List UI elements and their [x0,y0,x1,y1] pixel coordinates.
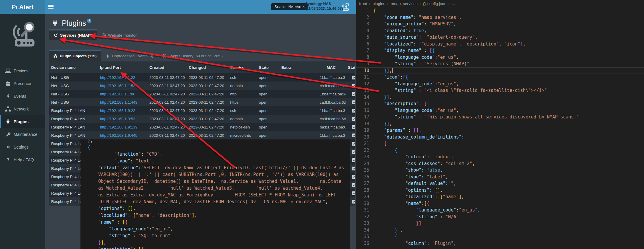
status-checkbox[interactable] [352,142,355,146]
sidebar-item-settings[interactable]: Settings [0,141,45,153]
tab-services-nmap[interactable]: Services (NMAP) [49,30,97,40]
breadcrumb-item[interactable]: nmap_services [391,1,418,6]
ip-port-link[interactable]: http://192.168.1.9:53 [100,117,135,121]
status-checkbox[interactable] [352,76,355,79]
editor-line: 2 "code_name": "nmap_services", [356,14,644,21]
sidebar-item-network[interactable]: Network [0,102,45,115]
status-checkbox[interactable] [352,134,355,137]
help-badge[interactable]: ? [87,19,91,23]
sidebar-item-maintenance[interactable]: Maintenance [0,128,45,141]
ip-port-link[interactable]: http://192.168.1.1:53 [100,84,135,88]
sidebar-item-events[interactable]: Events [0,90,45,102]
editor-line: 24 "css_classes": "col-sm-2", [356,160,644,167]
ip-port-link[interactable]: http://192.168.1.9:445 [100,133,138,138]
tab-website-monitor[interactable]: Website monitor [97,30,141,40]
code-editor[interactable]: front›plugins›nmap_services›{}config.jso… [356,0,644,249]
cell-created: 2023-03-11 02:47:20 [147,117,186,121]
sidebar-item-label: Network [14,107,29,111]
plugin-tabs: Services (NMAP)Website monitor [49,30,141,40]
breadcrumb-item[interactable]: ... [452,1,455,6]
editor-line: 36 "column": "Plugin", [356,240,644,247]
wrench-icon [5,131,11,137]
breadcrumb-item[interactable]: plugins [373,1,385,6]
cell-created: 2023-03-11 02:47:20 [147,125,186,129]
ip-port-link[interactable]: http://192.168.1.9:139 [100,125,138,129]
subtab-unprocessed-events-0[interactable]: Unprocessed Events (0) [101,50,157,61]
line-content: { [369,147,397,154]
sidebar-item-label: Settings [14,145,29,149]
line-content: "show": false, [369,167,443,174]
hamburger-menu-icon[interactable] [48,5,54,9]
status-checkbox[interactable] [352,117,355,121]
ip-port-link[interactable]: http://192.168.1.1:22 [100,75,135,80]
line-content: [ [369,140,387,147]
column-header-created: Created [147,65,186,70]
cell-ip-port: http://192.168.1.1:22 [98,75,147,80]
cell-state: open [256,92,279,96]
breadcrumb: front›plugins›nmap_services›{}config.jso… [356,0,644,7]
cell-ip-port: http://192.168.1.1:443 [98,100,147,105]
table-row: Net - USGhttp://192.168.1.1:222023-03-11… [49,73,355,82]
status-checkbox[interactable] [352,92,355,96]
code-line: "language_code":"en_us", [88,226,350,232]
editor-line: 4 "enabled": true, [356,27,644,34]
status-checkbox[interactable] [352,175,355,179]
status-checkbox[interactable] [352,183,355,187]
status-checkbox[interactable] [352,158,355,162]
sidebar-item-presence[interactable]: Presence [0,77,45,90]
status-checkbox[interactable] [352,100,355,104]
sql-config-overlay: },{ "function": "CMD", "type": "text", "… [80,139,350,249]
cell-service: ssh [228,75,256,80]
status-checkbox[interactable] [352,191,355,195]
cell-ip-port: http://192.168.1.1:80 [98,92,147,96]
line-content: }], [369,94,392,101]
line-content: { [369,233,397,240]
code-line: JOIN (SELECT dev_Name, dev_MAC, dev_Last… [88,198,350,205]
cell-created: 2023-03-11 02:47:20 [147,108,186,113]
line-content: "icon":[{ [369,74,408,81]
editor-line: 30 "name":[{ [356,200,644,207]
line-content: "enabled": true, [369,27,427,34]
cell-mac: 1f:ba:ff:ca:ba:34 [317,108,346,113]
line-content: "string" : "This plugin shows all servic… [369,114,579,121]
table-row: Raspberry Pi 4 LANhttp://192.168.1.9:139… [49,123,355,131]
editor-line: 14 }], [356,94,644,101]
sidebar-item-label: Events [14,94,26,99]
breadcrumb-item[interactable]: config.json [427,1,446,6]
status-checkbox[interactable] [352,84,355,88]
tab-label: Events History (50 out of 1265 ) [169,54,223,58]
editor-line: 1{ [356,7,644,14]
cell-created: 2023-03-11 02:47:20 [147,75,186,80]
sidebar-item-devices[interactable]: Devices [0,64,45,77]
sql-config-code: },{ "function": "CMD", "type": "text", "… [80,139,350,249]
page-title: Plugins ? [52,17,91,29]
sidebar: DevicesPresenceEventsNetworkPluginsMaint… [0,14,45,249]
breadcrumb-item[interactable]: front [359,1,367,6]
status-checkbox[interactable] [352,109,355,113]
sidebar-item-label: Devices [14,69,28,73]
cell-device-name: Raspberry Pi 4 LAN [49,108,98,113]
line-number: 24 [356,160,369,167]
status-checkbox[interactable] [352,150,355,154]
ip-port-link[interactable]: http://192.168.1.1:443 [100,100,138,105]
sidebar-item-help-faq[interactable]: ?Help / FAQ [0,153,45,166]
line-number: 21 [356,140,369,147]
line-content: "string" : "N/A" [369,214,459,220]
column-header-changed: Changed [186,65,228,70]
status-checkbox[interactable] [352,167,355,170]
cell-ip-port: http://192.168.1.9:139 [98,125,147,129]
subtab-plugin-objects-115[interactable]: Plugin Objects (115) [49,50,101,61]
line-number: 10 [356,67,369,74]
sidebar-item-label: Maintenance [14,132,37,137]
line-content: "string" : "<i class=\"fa-solid fa-satel… [369,87,547,94]
status-checkbox[interactable] [352,125,355,129]
status-checkbox[interactable] [352,200,355,204]
app-logo[interactable]: Pi.Alert [0,0,45,14]
subtab-events-history-50-out-of-1265[interactable]: Events History (50 out of 1265 ) [158,50,227,61]
ip-port-link[interactable]: http://192.168.1.9:22 [100,108,135,113]
sidebar-item-plugins[interactable]: Plugins [0,115,45,128]
ip-port-link[interactable]: http://192.168.1.1:80 [100,92,135,96]
line-content: "display_name" : [{ [369,47,435,54]
line-content: "localized": ["display_name", "descripti… [369,41,526,48]
editor-code-area[interactable]: 1{2 "code_name": "nmap_services",3 "uniq… [356,7,644,247]
